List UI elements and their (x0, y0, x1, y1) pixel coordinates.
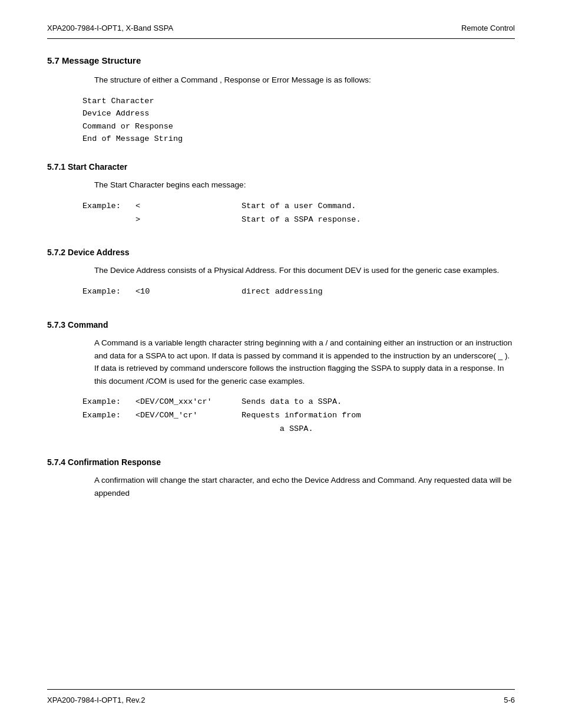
page-footer: XPA200-7984-I-OPT1, Rev.2 5-6 (47, 696, 515, 704)
header-left: XPA200-7984-I-OPT1, X-Band SSPA (47, 24, 173, 32)
example-row-addr: Example: <10 direct addressing (82, 285, 515, 299)
section-572: 5.7.2 Device Address The Device Address … (47, 248, 515, 299)
section-573-heading: 5.7.3 Command (47, 320, 515, 330)
section-572-heading: 5.7.2 Device Address (47, 248, 515, 257)
example-label-addr: Example: (82, 285, 135, 299)
section-571-examples: Example: < Start of a user Command. > St… (82, 200, 515, 227)
section-57-heading: 5.7 Message Structure (47, 55, 515, 65)
example-code-573-1: <DEV/COM_xxx'cr' (135, 396, 242, 409)
example-code-addr: <10 (135, 285, 242, 299)
section-573: 5.7.3 Command A Command is a variable le… (47, 320, 515, 436)
section-571: 5.7.1 Start Character The Start Characte… (47, 162, 515, 226)
list-item-2: Device Address (82, 107, 515, 120)
section-574: 5.7.4 Confirmation Response A confirmati… (47, 457, 515, 499)
footer-left: XPA200-7984-I-OPT1, Rev.2 (47, 696, 145, 704)
section-57: 5.7 Message Structure The structure of e… (47, 55, 515, 146)
section-572-intro: The Device Address consists of a Physica… (94, 264, 515, 277)
example-row-573-2: Example: <DEV/COM_'cr' Requests informat… (82, 409, 515, 436)
example-symbol-2: > (135, 213, 242, 227)
example-label-573-1: Example: (82, 396, 135, 409)
section-57-intro: The structure of either a Command , Resp… (94, 74, 515, 87)
example-desc-573-1: Sends data to a SSPA. (242, 396, 515, 409)
example-symbol-1: < (135, 200, 242, 213)
example-desc-1: Start of a user Command. (242, 200, 515, 213)
example-row-2: > Start of a SSPA response. (82, 213, 515, 227)
section-573-examples: Example: <DEV/COM_xxx'cr' Sends data to … (82, 396, 515, 436)
example-desc-addr: direct addressing (242, 285, 515, 299)
section-573-body: A Command is a variable length character… (94, 337, 515, 387)
example-row-1: Example: < Start of a user Command. (82, 200, 515, 213)
footer-rule (47, 689, 515, 690)
example-desc-2: Start of a SSPA response. (242, 213, 515, 227)
section-574-heading: 5.7.4 Confirmation Response (47, 457, 515, 467)
section-574-body: A confirmation will change the start cha… (94, 474, 515, 499)
section-572-example: Example: <10 direct addressing (82, 285, 515, 299)
section-571-intro: The Start Character begins each message: (94, 179, 515, 192)
header-right: Remote Control (461, 24, 515, 32)
example-row-573-1: Example: <DEV/COM_xxx'cr' Sends data to … (82, 396, 515, 409)
list-item-1: Start Character (82, 95, 515, 108)
section-571-heading: 5.7.1 Start Character (47, 162, 515, 172)
list-item-4: End of Message String (82, 133, 515, 146)
example-label-573-2: Example: (82, 409, 135, 423)
example-desc-573-2: Requests information from a SSPA. (242, 409, 515, 436)
header-rule (47, 38, 515, 39)
example-label-1: Example: (82, 200, 135, 213)
list-item-3: Command or Response (82, 120, 515, 133)
page: XPA200-7984-I-OPT1, X-Band SSPA Remote C… (0, 0, 562, 728)
page-header: XPA200-7984-I-OPT1, X-Band SSPA Remote C… (47, 24, 515, 32)
footer-right: 5-6 (504, 696, 515, 704)
example-code-573-2: <DEV/COM_'cr' (135, 409, 242, 423)
section-57-list: Start Character Device Address Command o… (82, 95, 515, 146)
